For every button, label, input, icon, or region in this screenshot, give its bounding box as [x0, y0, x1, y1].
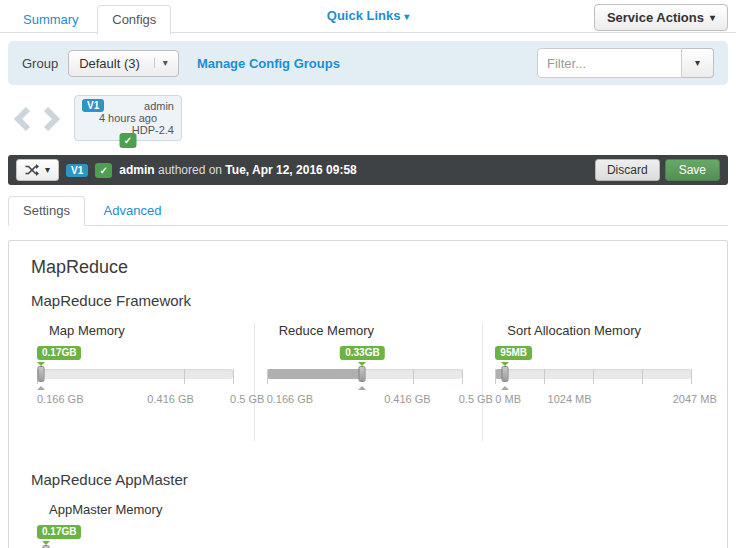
authored-date: Tue, Apr 12, 2016 09:58	[225, 163, 356, 177]
tab-advanced[interactable]: Advanced	[89, 196, 177, 226]
slider-handle[interactable]	[37, 366, 44, 382]
caret-down-icon: ▾	[710, 13, 715, 23]
slider-tick	[495, 369, 496, 384]
slider-tick	[642, 369, 643, 384]
slider-axis-labels: 0 MB1024 MB2047 MB	[495, 393, 691, 408]
appmaster-memory-config: AppMaster Memory0.17GB0.166 GB0.416 GB0.…	[25, 502, 711, 548]
caret-down-icon: ▾	[404, 11, 409, 22]
axis-label: 0.5 GB	[230, 393, 264, 405]
appmaster-section: MapReduce AppMaster AppMaster Memory0.17…	[25, 471, 711, 548]
caret-down-icon: ▾	[695, 58, 700, 68]
manage-config-groups-link[interactable]: Manage Config Groups	[197, 56, 340, 71]
service-tab-bar: Summary Configs Quick Links ▾ Service Ac…	[0, 0, 736, 33]
slider-value-badge: 95MB	[495, 346, 532, 360]
slider-value-badge: 0.33GB	[340, 346, 384, 360]
axis-label: 0.5 GB	[459, 393, 493, 405]
shuffle-icon	[25, 164, 39, 176]
slider-track[interactable]	[495, 366, 691, 388]
config-label: Map Memory	[37, 323, 242, 338]
slider-value-row: 0.17GB	[37, 346, 233, 363]
config-label: AppMaster Memory	[37, 502, 699, 517]
axis-label: 0.166 GB	[37, 393, 83, 405]
sort-allocation-memory-config: Sort Allocation Memory95MB0 MB1024 MB204…	[482, 323, 711, 441]
current-version-check-icon: ✓	[120, 133, 137, 148]
slider-axis-labels: 0.166 GB0.416 GB0.5 GB	[37, 393, 233, 408]
slider-tick	[267, 369, 268, 384]
current-check-icon: ✓	[95, 163, 112, 178]
chevron-right-icon	[40, 105, 62, 133]
slider-value-row: 0.17GB	[37, 525, 494, 542]
service-actions-button[interactable]: Service Actions ▾	[594, 4, 728, 31]
slider-value-badge: 0.17GB	[37, 525, 81, 539]
current-version-badge: V1	[66, 164, 88, 177]
slider-axis-labels: 0.166 GB0.416 GB0.5 GB	[267, 393, 463, 408]
authored-text: authored on	[158, 163, 222, 177]
config-label: Sort Allocation Memory	[495, 323, 699, 338]
section-title-appmaster: MapReduce AppMaster	[31, 471, 711, 488]
caret-down-icon: ▾	[154, 58, 168, 68]
quick-links-link[interactable]: Quick Links ▾	[327, 8, 409, 23]
authored-line: admin authored on Tue, Apr 12, 2016 09:5…	[119, 163, 357, 177]
slider-tick	[413, 369, 414, 384]
group-label: Group	[22, 56, 58, 71]
service-config-title: MapReduce	[31, 257, 711, 278]
slider-rail	[37, 369, 233, 379]
default-value-marker-icon	[37, 382, 45, 390]
scroll-left-button[interactable]	[10, 105, 36, 133]
slider-handle[interactable]	[502, 366, 509, 382]
slider: 0.17GB0.166 GB0.416 GB0.5 GB	[37, 346, 233, 408]
discard-button[interactable]: Discard	[595, 159, 660, 181]
axis-label: 1024 MB	[548, 393, 592, 405]
axis-label: 2047 MB	[673, 393, 717, 405]
version-card[interactable]: V1 admin 4 hours ago HDP-2.4 ✓	[74, 95, 182, 141]
group-select-dropdown[interactable]: Default (3) ▾	[68, 50, 179, 77]
filter-input[interactable]	[537, 48, 682, 78]
caret-down-icon: ▾	[45, 165, 50, 175]
slider: 0.33GB0.166 GB0.416 GB0.5 GB	[267, 346, 463, 408]
compare-versions-button[interactable]: ▾	[16, 159, 59, 181]
slider-handle[interactable]	[359, 366, 366, 382]
version-author: admin	[144, 100, 174, 112]
slider-tick	[691, 369, 692, 384]
config-group-bar: Group Default (3) ▾ Manage Config Groups…	[8, 41, 728, 85]
version-history-scroller: V1 admin 4 hours ago HDP-2.4 ✓	[8, 93, 728, 149]
axis-label: 0.416 GB	[384, 393, 430, 405]
slider-value-badge: 0.17GB	[37, 346, 81, 360]
config-tab-bar: Settings Advanced	[8, 195, 728, 226]
slider: 0.17GB0.166 GB0.416 GB0.5 GB	[37, 525, 494, 548]
version-time-ago: 4 hours ago	[82, 112, 174, 124]
group-selected-value: Default (3)	[79, 56, 140, 71]
reduce-memory-config: Reduce Memory0.33GB0.166 GB0.416 GB0.5 G…	[254, 323, 483, 441]
config-label: Reduce Memory	[267, 323, 471, 338]
slider-tick	[593, 369, 594, 384]
slider-tick	[233, 369, 234, 384]
slider: 95MB0 MB1024 MB2047 MB	[495, 346, 691, 408]
default-value-marker-icon	[358, 382, 366, 390]
config-panel: MapReduce MapReduce Framework Map Memory…	[8, 240, 728, 548]
slider-track[interactable]	[37, 366, 233, 388]
filter-dropdown-button[interactable]: ▾	[682, 48, 714, 78]
save-button[interactable]: Save	[665, 159, 720, 181]
tab-settings[interactable]: Settings	[8, 196, 85, 226]
axis-label: 0 MB	[495, 393, 521, 405]
slider-value-row: 0.33GB	[267, 346, 463, 363]
default-value-marker-icon	[501, 382, 509, 390]
axis-label: 0.166 GB	[267, 393, 313, 405]
map-memory-config: Map Memory0.17GB0.166 GB0.416 GB0.5 GB	[25, 323, 254, 441]
slider-tick	[462, 369, 463, 384]
tab-configs[interactable]: Configs	[97, 5, 171, 35]
slider-track[interactable]	[267, 366, 463, 388]
slider-fill	[267, 369, 363, 379]
current-version-bar: ▾ V1 ✓ admin authored on Tue, Apr 12, 20…	[8, 155, 728, 185]
slider-value-row: 95MB	[495, 346, 691, 363]
slider-tick	[184, 369, 185, 384]
filter-group: ▾	[537, 48, 714, 78]
section-title-framework: MapReduce Framework	[31, 292, 711, 309]
scroll-right-button[interactable]	[38, 105, 64, 133]
framework-slider-row: Map Memory0.17GB0.166 GB0.416 GB0.5 GB R…	[25, 323, 711, 441]
quick-links-label: Quick Links	[327, 8, 401, 23]
tab-summary[interactable]: Summary	[8, 5, 94, 35]
slider-tick	[544, 369, 545, 384]
axis-label: 0.416 GB	[147, 393, 193, 405]
authored-author: admin	[119, 163, 154, 177]
